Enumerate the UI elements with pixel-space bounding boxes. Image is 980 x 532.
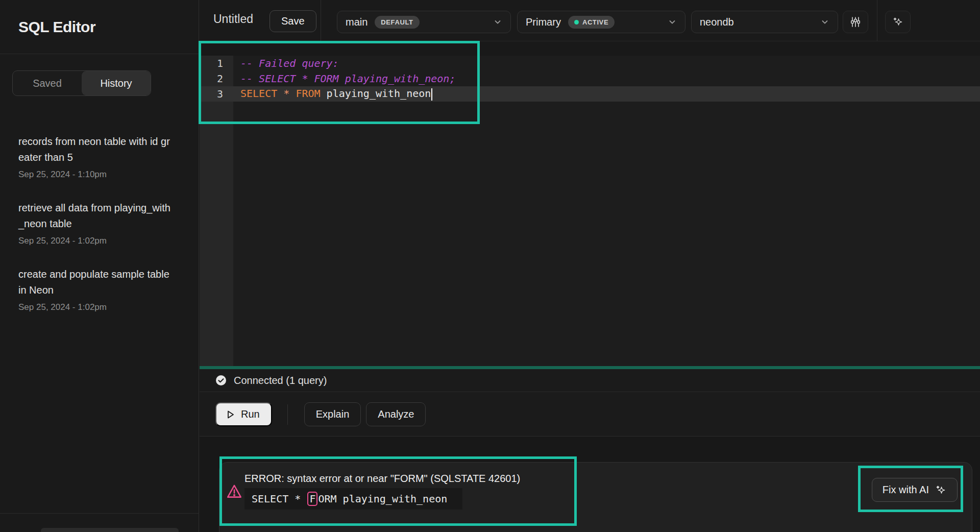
page-title: SQL Editor xyxy=(18,18,95,36)
run-button-label: Run xyxy=(241,408,260,420)
editor-topbar: Untitled Save main DEFAULT Primary ACTIV… xyxy=(200,0,980,41)
error-message: ERROR: syntax error at or near "FORM" (S… xyxy=(244,473,520,485)
error-query-after: ORM playing_with_neon xyxy=(318,493,447,505)
error-result-panel: ERROR: syntax error at or near "FORM" (S… xyxy=(219,462,972,532)
connected-check-icon xyxy=(215,374,227,386)
line-number-gutter xyxy=(200,56,233,366)
editor-line-1: 1 -- Failed query: xyxy=(200,56,980,71)
sparkle-icon xyxy=(935,484,947,496)
line-number: 3 xyxy=(200,88,233,100)
code-editor[interactable]: 1 -- Failed query: 2 -- SELECT * FORM pl… xyxy=(200,41,980,366)
sidebar-bottom-partial-element xyxy=(41,528,179,532)
warning-triangle-icon xyxy=(226,483,243,500)
database-name: neondb xyxy=(700,16,734,28)
error-query-snippet: SELECT * FORM playing_with_neon xyxy=(244,488,462,510)
editor-line-2: 2 -- SELECT * FORM playing_with_neon; xyxy=(200,71,980,86)
line-number: 2 xyxy=(200,72,233,85)
sql-table-name: playing_with_neon xyxy=(327,87,431,100)
sidebar: SQL Editor Saved History records from ne… xyxy=(0,0,199,532)
sql-star: * xyxy=(283,87,289,100)
ai-assistant-button[interactable] xyxy=(885,11,911,33)
sparkle-icon xyxy=(892,16,904,28)
analyze-button[interactable]: Analyze xyxy=(366,402,426,426)
sidebar-bottom-divider xyxy=(0,513,199,514)
branch-name: main xyxy=(346,16,368,28)
connection-statusbar: Connected (1 query) xyxy=(200,369,980,392)
explain-button[interactable]: Explain xyxy=(304,402,361,426)
query-toolbar: Run Explain Analyze xyxy=(200,393,980,437)
editor-line-3-current: 3 SELECT * FROM playing_with_neon xyxy=(200,86,980,102)
history-item[interactable]: create and populate sample table in Neon… xyxy=(18,267,181,312)
line-number: 1 xyxy=(200,57,233,69)
sql-statement: SELECT * FROM playing_with_neon xyxy=(233,87,432,101)
sidebar-header: SQL Editor xyxy=(0,0,199,54)
topbar-divider xyxy=(877,0,877,41)
history-item-title: create and populate sample table in Neon xyxy=(18,267,174,298)
save-button[interactable]: Save xyxy=(270,10,316,32)
history-list: records from neon table with id greater … xyxy=(18,134,181,312)
main-area: Untitled Save main DEFAULT Primary ACTIV… xyxy=(200,0,980,532)
sql-keyword: SELECT xyxy=(240,87,277,100)
active-status-dot xyxy=(574,20,579,25)
error-query-before: SELECT * xyxy=(252,493,307,505)
history-item-timestamp: Sep 25, 2024 - 1:10pm xyxy=(18,170,181,180)
play-icon xyxy=(225,409,236,420)
chevron-down-icon xyxy=(820,17,829,27)
database-selector[interactable]: neondb xyxy=(691,11,838,33)
tab-saved[interactable]: Saved xyxy=(13,71,82,95)
compute-name: Primary xyxy=(526,16,561,28)
settings-sliders-button[interactable] xyxy=(843,11,868,33)
sidebar-tabs: Saved History xyxy=(12,70,151,96)
sql-editor-app: SQL Editor Saved History records from ne… xyxy=(0,0,980,532)
branch-selector[interactable]: main DEFAULT xyxy=(337,11,511,33)
sql-comment: -- SELECT * FORM playing_with_neon; xyxy=(233,72,455,85)
history-item-title: retrieve all data from playing_with_neon… xyxy=(18,200,174,232)
history-item[interactable]: retrieve all data from playing_with_neon… xyxy=(18,200,181,246)
query-title: Untitled xyxy=(213,12,253,26)
chevron-down-icon xyxy=(493,17,502,27)
results-area: ERROR: syntax error at or near "FORM" (S… xyxy=(200,437,980,532)
topbar-divider xyxy=(321,0,321,41)
sql-keyword: FROM xyxy=(296,87,320,100)
compute-active-badge-label: ACTIVE xyxy=(582,18,608,26)
run-button[interactable]: Run xyxy=(215,402,272,426)
text-cursor xyxy=(431,88,432,101)
tab-history[interactable]: History xyxy=(82,71,151,95)
sliders-icon xyxy=(849,16,862,28)
editor-lines: 1 -- Failed query: 2 -- SELECT * FORM pl… xyxy=(200,56,980,102)
connection-status-text: Connected (1 query) xyxy=(234,375,327,386)
history-item[interactable]: records from neon table with id greater … xyxy=(18,134,181,180)
compute-selector[interactable]: Primary ACTIVE xyxy=(517,11,685,33)
chevron-down-icon xyxy=(668,17,677,27)
fix-with-ai-button[interactable]: Fix with AI xyxy=(872,478,958,502)
error-highlight-char: F xyxy=(307,492,317,506)
history-item-timestamp: Sep 25, 2024 - 1:02pm xyxy=(18,302,181,312)
history-item-timestamp: Sep 25, 2024 - 1:02pm xyxy=(18,236,181,246)
history-item-title: records from neon table with id greater … xyxy=(18,134,174,165)
branch-default-badge: DEFAULT xyxy=(375,16,419,29)
sql-comment: -- Failed query: xyxy=(233,57,339,69)
toolbar-divider xyxy=(287,404,288,425)
editor-top-strip xyxy=(200,41,980,56)
compute-active-badge: ACTIVE xyxy=(568,16,615,29)
fix-with-ai-label: Fix with AI xyxy=(883,484,929,496)
